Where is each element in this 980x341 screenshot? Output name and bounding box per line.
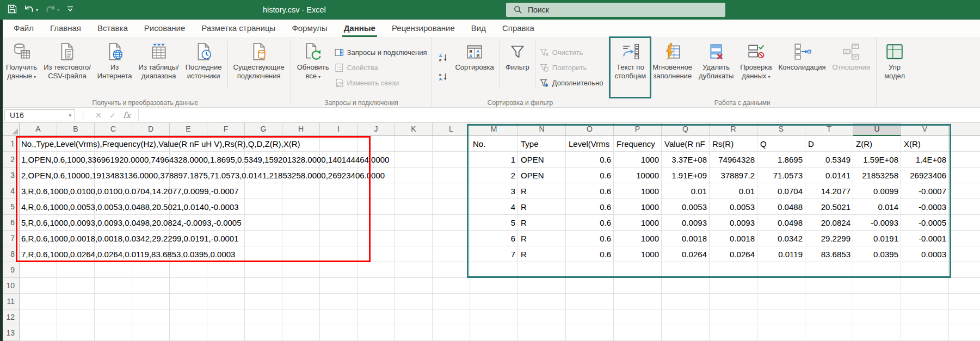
refresh-all-button[interactable]: Обновитьвсе▾ — [294, 39, 332, 96]
column-header-K[interactable]: K — [395, 123, 433, 136]
parsed-cell[interactable]: 6 — [470, 231, 518, 246]
column-header-G[interactable]: G — [245, 123, 282, 136]
row-header-4[interactable]: 4 — [0, 183, 20, 199]
formula-bar-resize-handle[interactable]: ⋮ — [79, 111, 87, 119]
parsed-header-cell[interactable]: Frequency — [614, 136, 662, 152]
tab-draw[interactable]: Рисование — [136, 20, 194, 37]
get-data-button[interactable]: Получитьданные▾ — [3, 39, 40, 96]
column-header-O[interactable]: O — [566, 123, 614, 136]
parsed-cell[interactable]: 0.0093 — [710, 215, 757, 231]
parsed-header-cell[interactable]: D — [805, 136, 853, 152]
row-header-3[interactable]: 3 — [0, 168, 20, 183]
parsed-cell[interactable]: 83.6853 — [805, 246, 853, 262]
parsed-cell[interactable]: 0.01 — [710, 183, 757, 199]
parsed-cell[interactable]: 0.0395 — [853, 246, 901, 262]
relationships-button[interactable]: Отношения — [829, 39, 873, 96]
parsed-header-cell[interactable]: Value(R nF — [662, 136, 710, 152]
column-header-Q[interactable]: Q — [662, 123, 710, 136]
column-header-D[interactable]: D — [132, 123, 170, 136]
text-to-columns-button[interactable]: Текст постолбцам — [611, 39, 649, 96]
csv-cell-row-6[interactable]: 5,R,0.6,1000,0.0093,0.0093,0.0498,20.082… — [21, 215, 242, 231]
parsed-header-cell[interactable]: Z(R) — [853, 136, 901, 152]
row-header-6[interactable]: 6 — [0, 215, 20, 231]
row-header-7[interactable]: 7 — [0, 231, 20, 246]
row-header-11[interactable]: 11 — [0, 294, 20, 309]
insert-function-button[interactable]: fx — [120, 110, 134, 120]
column-header-C[interactable]: C — [95, 123, 132, 136]
parsed-cell[interactable]: 3.37E+08 — [662, 152, 710, 168]
parsed-cell[interactable]: 2 — [470, 168, 518, 183]
parsed-cell[interactable]: 0.0141 — [805, 168, 853, 183]
parsed-cell[interactable]: 0.0264 — [662, 246, 710, 262]
parsed-cell[interactable]: 1000 — [614, 199, 662, 215]
column-header-S[interactable]: S — [757, 123, 805, 136]
column-header-A[interactable]: A — [20, 123, 57, 136]
parsed-cell[interactable]: OPEN — [518, 168, 566, 183]
parsed-cell[interactable]: -0.0003 — [901, 199, 949, 215]
parsed-cell[interactable]: 378897.2 — [710, 168, 757, 183]
parsed-header-cell[interactable]: Rs(R) — [710, 136, 757, 152]
undo-dropdown-icon[interactable]: ▾ — [36, 8, 38, 13]
data-validation-button[interactable]: Проверкаданных▾ — [737, 39, 775, 96]
row-header-13[interactable]: 13 — [0, 325, 20, 341]
parsed-cell[interactable]: -0.0007 — [901, 183, 949, 199]
column-header-N[interactable]: N — [518, 123, 566, 136]
tab-insert[interactable]: Вставка — [89, 20, 136, 37]
tab-home[interactable]: Главная — [42, 20, 89, 37]
parsed-cell[interactable]: 10000 — [614, 168, 662, 183]
parsed-cell[interactable]: 0.0488 — [757, 199, 805, 215]
flash-fill-button[interactable]: Мгновенноезаполнение — [649, 39, 695, 96]
parsed-cell[interactable]: R — [518, 183, 566, 199]
parsed-cell[interactable]: 0.0093 — [662, 215, 710, 231]
parsed-cell[interactable]: 0.0018 — [710, 231, 757, 246]
cancel-button[interactable]: ✕ — [91, 111, 106, 120]
parsed-cell[interactable]: 26923406 — [901, 168, 949, 183]
parsed-cell[interactable]: 0.0003 — [901, 246, 949, 262]
tab-view[interactable]: Вид — [463, 20, 494, 37]
save-button[interactable] — [8, 0, 17, 20]
tab-help[interactable]: Справка — [494, 20, 543, 37]
parsed-cell[interactable]: OPEN — [518, 152, 566, 168]
parsed-cell[interactable]: 0.6 — [566, 152, 614, 168]
csv-cell-row-1[interactable]: No.,Type,Level(Vrms),Frequency(Hz),Value… — [21, 136, 300, 152]
column-header-E[interactable]: E — [170, 123, 207, 136]
parsed-cell[interactable]: 1.4E+08 — [901, 152, 949, 168]
parsed-cell[interactable]: 0.0704 — [757, 183, 805, 199]
from-table-range-button[interactable]: Из таблицы/диапазона — [135, 39, 182, 96]
enter-button[interactable]: ✓ — [106, 111, 120, 120]
tab-data[interactable]: Данные — [336, 20, 384, 37]
parsed-cell[interactable]: 0.0099 — [853, 183, 901, 199]
consolidate-button[interactable]: Консолидация — [775, 39, 829, 96]
tab-page-layout[interactable]: Разметка страницы — [193, 20, 283, 37]
column-header-L[interactable]: L — [433, 123, 470, 136]
parsed-header-cell[interactable]: Level(Vrms — [566, 136, 614, 152]
parsed-cell[interactable]: 4 — [470, 199, 518, 215]
row-header-1[interactable]: 1 — [0, 136, 20, 152]
parsed-cell[interactable]: 0.0053 — [710, 199, 757, 215]
existing-connections-button[interactable]: Существующиеподключения — [230, 39, 288, 96]
customize-quick-access-button[interactable] — [66, 0, 74, 20]
parsed-cell[interactable]: 0.0119 — [757, 246, 805, 262]
name-box-dropdown-icon[interactable]: ▾ — [69, 113, 71, 118]
sort-asc-button[interactable]: Ая — [436, 51, 450, 65]
remove-duplicates-button[interactable]: Удалитьдубликаты — [695, 39, 737, 96]
tab-formulas[interactable]: Формулы — [283, 20, 335, 37]
parsed-cell[interactable]: 1000 — [614, 246, 662, 262]
parsed-cell[interactable]: R — [518, 215, 566, 231]
parsed-cell[interactable]: 20.5021 — [805, 199, 853, 215]
column-header-R[interactable]: R — [710, 123, 757, 136]
tab-file[interactable]: Файл — [5, 20, 42, 37]
csv-cell-row-5[interactable]: 4,R,0.6,1000,0.0053,0.0053,0.0488,20.502… — [21, 199, 239, 215]
parsed-cell[interactable]: 0.0018 — [662, 231, 710, 246]
parsed-cell[interactable]: 0.0053 — [662, 199, 710, 215]
column-header-U[interactable]: U — [853, 123, 901, 136]
parsed-cell[interactable]: 1.59E+08 — [853, 152, 901, 168]
filter-button[interactable]: Фильтр — [502, 39, 533, 96]
parsed-cell[interactable]: 0.01 — [662, 183, 710, 199]
parsed-cell[interactable]: 0.0498 — [757, 215, 805, 231]
parsed-cell[interactable]: 1.91E+09 — [662, 168, 710, 183]
parsed-header-cell[interactable]: Q — [757, 136, 805, 152]
edit-links-button[interactable]: Изменить связи — [332, 76, 429, 90]
sort-desc-button[interactable]: яА — [436, 70, 450, 84]
csv-cell-row-7[interactable]: 6,R,0.6,1000,0.0018,0.0018,0.0342,29.229… — [21, 231, 239, 246]
